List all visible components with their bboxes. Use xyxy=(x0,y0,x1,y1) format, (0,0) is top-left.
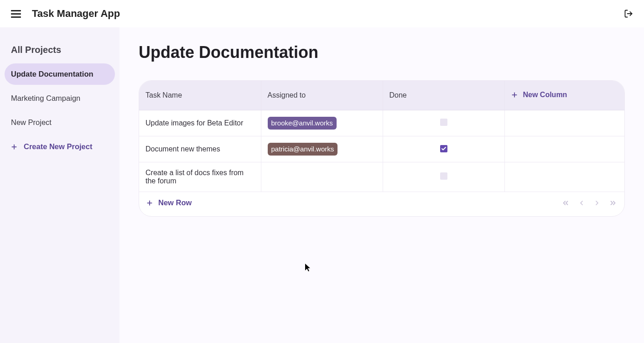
header: Task Manager App xyxy=(0,0,644,27)
sidebar-item-label: Marketing Campaign xyxy=(11,94,80,102)
header-left: Task Manager App xyxy=(11,8,120,20)
app-title: Task Manager App xyxy=(32,8,120,20)
hamburger-icon[interactable] xyxy=(11,10,21,18)
pager xyxy=(561,199,617,207)
task-name-cell[interactable]: Create a list of docs fixes from the for… xyxy=(139,162,261,192)
sidebar: All Projects Update Documentation Market… xyxy=(0,27,119,343)
done-checkbox[interactable] xyxy=(440,172,447,180)
plus-icon xyxy=(511,92,518,98)
task-name-cell[interactable]: Document new themes xyxy=(139,136,261,162)
done-checkbox[interactable] xyxy=(440,145,447,152)
table-footer: New Row xyxy=(139,192,624,216)
pager-first-icon[interactable] xyxy=(561,199,570,207)
table-row[interactable]: Create a list of docs fixes from the for… xyxy=(139,162,625,192)
page-title: Update Documentation xyxy=(139,43,625,62)
logout-icon[interactable] xyxy=(624,9,633,18)
sidebar-heading: All Projects xyxy=(5,42,115,63)
main: Update Documentation Task Name Assigned … xyxy=(119,27,644,343)
create-new-project-label: Create New Project xyxy=(24,142,92,151)
new-column-label: New Column xyxy=(523,91,567,99)
new-column-button[interactable]: New Column xyxy=(511,91,567,99)
new-row-label: New Row xyxy=(158,198,192,207)
pager-prev-icon[interactable] xyxy=(578,199,585,207)
tasks-table-card: Task Name Assigned to Done New Column xyxy=(139,80,625,217)
new-row-button[interactable]: New Row xyxy=(146,198,192,207)
column-header-done[interactable]: Done xyxy=(383,81,504,110)
plus-icon xyxy=(11,144,17,150)
table-row[interactable]: Update images for Beta Editor brooke@anv… xyxy=(139,110,625,136)
plus-icon xyxy=(146,200,153,206)
sidebar-item-label: New Project xyxy=(11,118,52,126)
done-checkbox[interactable] xyxy=(440,119,447,126)
create-new-project-button[interactable]: Create New Project xyxy=(5,136,115,157)
column-header-new: New Column xyxy=(504,81,625,110)
done-cell[interactable] xyxy=(383,162,504,192)
task-name-cell[interactable]: Update images for Beta Editor xyxy=(139,110,261,136)
assignee-chip[interactable]: patricia@anvil.works xyxy=(268,143,338,156)
sidebar-item-label: Update Documentation xyxy=(11,70,93,78)
column-header-assigned[interactable]: Assigned to xyxy=(261,81,383,110)
column-header-task[interactable]: Task Name xyxy=(139,81,261,110)
assigned-cell[interactable]: patricia@anvil.works xyxy=(261,136,383,162)
empty-cell[interactable] xyxy=(504,136,625,162)
empty-cell[interactable] xyxy=(504,110,625,136)
empty-cell[interactable] xyxy=(504,162,625,192)
assignee-chip[interactable]: brooke@anvil.works xyxy=(268,117,337,130)
pager-last-icon[interactable] xyxy=(609,199,617,207)
table-row[interactable]: Document new themes patricia@anvil.works xyxy=(139,136,625,162)
tasks-table: Task Name Assigned to Done New Column xyxy=(139,81,625,192)
sidebar-item-new-project[interactable]: New Project xyxy=(5,112,115,133)
sidebar-item-update-documentation[interactable]: Update Documentation xyxy=(5,63,115,85)
done-cell[interactable] xyxy=(383,136,504,162)
done-cell[interactable] xyxy=(383,110,504,136)
pager-next-icon[interactable] xyxy=(593,199,601,207)
assigned-cell[interactable] xyxy=(261,162,383,192)
assigned-cell[interactable]: brooke@anvil.works xyxy=(261,110,383,136)
sidebar-item-marketing-campaign[interactable]: Marketing Campaign xyxy=(5,88,115,109)
